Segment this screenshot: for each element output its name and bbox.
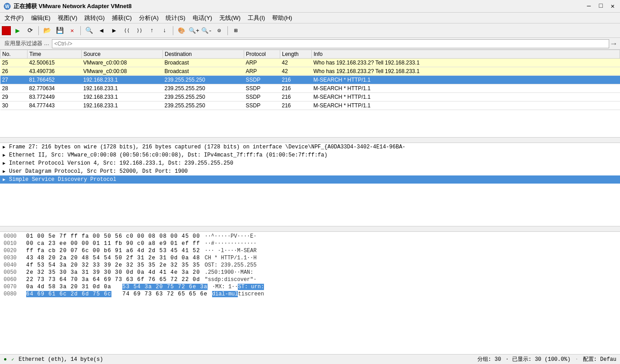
filter-go-button[interactable]: → — [609, 39, 618, 48]
col-header-info[interactable]: Info — [312, 50, 620, 59]
table-row[interactable]: 30 84.777443 192.168.233.1 239.255.255.2… — [0, 101, 620, 110]
hex-ascii: ··^·····PV····E· — [204, 233, 256, 240]
packet-table-hscroll[interactable] — [0, 138, 620, 143]
cell-src: VMware_c0:00:08 — [82, 59, 163, 67]
zoom-in-button[interactable]: 🔍+ — [188, 25, 200, 37]
expand-icon[interactable]: ▶ — [3, 144, 9, 150]
cell-time: 84.777443 — [28, 101, 82, 110]
go-to-packet-button[interactable]: ↓ — [159, 25, 171, 37]
menu-view[interactable]: 视图(V) — [55, 14, 80, 22]
table-row[interactable]: 25 42.500615 VMware_c0:00:08 Broadcast A… — [0, 59, 620, 67]
detail-row[interactable]: ▶Internet Protocol Version 4, Src: 192.1… — [0, 159, 620, 167]
colorize-button[interactable]: 🎨 — [176, 25, 187, 37]
cell-info: M-SEARCH * HTTP/1.1 — [312, 76, 620, 84]
filter-label: 应用显示过滤器 … — [2, 40, 52, 47]
hex-bytes: 64 69 61 6c 2d 6d 75 6c 74 69 73 63 72 6… — [26, 291, 208, 297]
col-header-time[interactable]: Time — [28, 50, 82, 59]
hex-offset: 0070 — [4, 284, 22, 290]
detail-row[interactable]: ▶User Datagram Protocol, Src Port: 52000… — [0, 167, 620, 175]
menu-capture[interactable]: 捕获(C) — [109, 14, 134, 22]
status-packets: 分组: 30 — [477, 355, 501, 363]
expand-icon[interactable]: ▶ — [3, 177, 9, 182]
hex-ascii: .250:1900··MAN: — [204, 269, 253, 276]
detail-row[interactable]: ▶Simple Service Discovery Protocol — [0, 175, 620, 184]
menu-file[interactable]: 文件(F) — [2, 14, 27, 22]
hex-ascii: OST: 239.255.255 — [204, 262, 256, 268]
stop-capture-button[interactable] — [2, 26, 11, 35]
toolbar-sep-3 — [173, 26, 173, 35]
close-file-button[interactable]: ✕ — [66, 25, 78, 37]
cell-len: 216 — [280, 76, 312, 84]
cell-time: 42.500615 — [28, 59, 82, 67]
next-packet-button[interactable]: ▶ — [108, 25, 120, 37]
cell-proto: ARP — [244, 59, 280, 67]
table-row[interactable]: 27 81.766452 192.168.233.1 239.255.255.2… — [0, 76, 620, 84]
expand-icon[interactable]: ▶ — [3, 169, 9, 174]
menu-wireless[interactable]: 无线(W) — [217, 14, 243, 22]
detail-row[interactable]: ▶Ethernet II, Src: VMware_c0:00:08 (00:5… — [0, 151, 620, 159]
hex-ascii: "ssdp:discover"· — [204, 276, 256, 283]
cell-time: 43.490736 — [28, 67, 82, 76]
minimize-button[interactable]: — — [585, 2, 592, 10]
prev-marked-button[interactable]: ⟨⟨ — [121, 25, 133, 37]
hex-ascii: ·MX: 1··ST: urn: — [212, 284, 264, 290]
col-header-len[interactable]: Length — [280, 50, 312, 59]
resize-columns-button[interactable]: ⊞ — [230, 25, 242, 37]
cell-no: 28 — [0, 84, 28, 93]
table-row[interactable]: 29 83.772449 192.168.233.1 239.255.255.2… — [0, 93, 620, 101]
find-packet-button[interactable]: 🔍 — [83, 25, 95, 37]
cell-src: 192.168.233.1 — [82, 84, 163, 93]
hex-ascii: ··#············· — [204, 240, 256, 247]
cell-src: 192.168.233.1 — [82, 101, 163, 110]
expand-icon[interactable]: ▶ — [3, 161, 9, 166]
col-header-dst[interactable]: Destination — [163, 50, 244, 59]
next-marked-button[interactable]: ⟩⟩ — [134, 25, 145, 37]
detail-panel-hscroll[interactable] — [0, 226, 620, 232]
cell-no: 25 — [0, 59, 28, 67]
cell-len: 216 — [280, 101, 312, 110]
status-displayed: · 已显示: 30 (100.0%) — [505, 355, 570, 363]
window-title: 正在捕获 VMware Network Adapter VMnet8 — [14, 2, 132, 10]
cell-proto: ARP — [244, 67, 280, 76]
menu-edit[interactable]: 编辑(E) — [28, 14, 53, 22]
col-header-proto[interactable]: Protocol — [244, 50, 280, 59]
menu-go[interactable]: 跳转(G) — [82, 14, 107, 22]
open-file-button[interactable]: 📂 — [41, 25, 53, 37]
detail-text: Frame 27: 216 bytes on wire (1728 bits),… — [9, 144, 406, 150]
hex-offset: 0000 — [4, 233, 22, 240]
menu-help[interactable]: 帮助(H) — [269, 14, 295, 22]
restart-capture-button[interactable]: ⟳ — [24, 25, 36, 37]
toolbar-sep-2 — [80, 26, 81, 35]
prev-packet-button[interactable]: ◀ — [96, 25, 107, 37]
menu-tools[interactable]: 工具(I) — [245, 14, 268, 22]
col-header-no[interactable]: No. — [0, 50, 28, 59]
scroll-back-button[interactable]: ↑ — [146, 25, 158, 37]
table-row[interactable]: 26 43.490736 VMware_c0:00:08 Broadcast A… — [0, 67, 620, 76]
hex-offset: 0030 — [4, 255, 22, 261]
detail-row[interactable]: ▶Frame 27: 216 bytes on wire (1728 bits)… — [0, 143, 620, 151]
cell-no: 29 — [0, 93, 28, 101]
window-controls[interactable]: — □ ✕ — [585, 2, 616, 10]
hex-offset: 0060 — [4, 276, 22, 283]
filter-input[interactable] — [52, 39, 609, 48]
zoom-normal-button[interactable]: ⊙ — [213, 25, 225, 37]
menu-stats[interactable]: 统计(S) — [163, 14, 188, 22]
menu-phone[interactable]: 电话(Y) — [190, 14, 215, 22]
detail-panel: ▶Frame 27: 216 bytes on wire (1728 bits)… — [0, 143, 620, 226]
hex-highlight: 64 69 61 6c 2d 6d 75 6c — [26, 291, 111, 297]
table-row[interactable]: 28 82.770634 192.168.233.1 239.255.255.2… — [0, 84, 620, 93]
save-file-button[interactable]: 💾 — [54, 25, 65, 37]
start-capture-button[interactable]: ▶ — [12, 25, 23, 37]
maximize-button[interactable]: □ — [597, 2, 604, 10]
hex-row: 0080 64 69 61 6c 2d 6d 75 6c 74 69 73 63… — [0, 290, 620, 298]
detail-text: User Datagram Protocol, Src Port: 52000,… — [9, 168, 188, 175]
expand-icon[interactable]: ▶ — [3, 152, 9, 158]
cell-len: 216 — [280, 93, 312, 101]
menu-analyze[interactable]: 分析(A) — [136, 14, 161, 22]
cell-no: 27 — [0, 76, 28, 84]
hex-row: 0040 4f 53 54 3a 20 32 33 39 2e 32 35 35… — [0, 262, 620, 269]
zoom-out-button[interactable]: 🔍- — [201, 25, 213, 37]
col-header-src[interactable]: Source — [82, 50, 163, 59]
close-button[interactable]: ✕ — [609, 2, 616, 10]
hex-row: 0050 2e 32 35 30 3a 31 39 30 30 0d 0a 4d… — [0, 269, 620, 276]
